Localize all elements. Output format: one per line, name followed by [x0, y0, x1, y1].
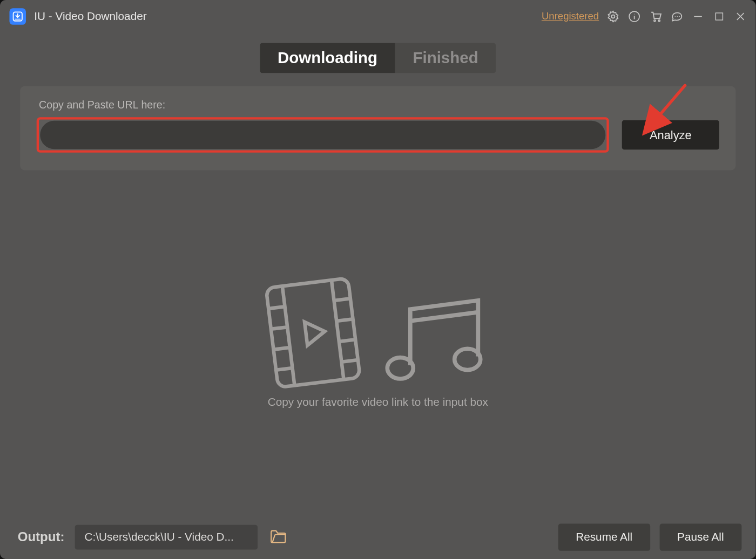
tab-finished[interactable]: Finished	[395, 43, 496, 73]
output-label: Output:	[18, 529, 65, 544]
close-button[interactable]	[730, 4, 751, 28]
unregistered-link[interactable]: Unregistered	[542, 10, 599, 22]
svg-point-26	[387, 358, 413, 379]
pause-all-button[interactable]: Pause All	[659, 524, 741, 551]
output-path-field[interactable]: C:\Users\decck\IU - Video D...	[75, 525, 258, 550]
svg-line-19	[271, 327, 287, 329]
url-panel: Copy and Paste URL here: Analyze	[20, 86, 735, 170]
film-icon	[259, 271, 367, 394]
maximize-button[interactable]	[708, 4, 730, 28]
svg-point-27	[455, 349, 481, 370]
title-bar: IU - Video Downloader Unregistered	[0, 0, 756, 32]
tab-downloading[interactable]: Downloading	[260, 43, 395, 73]
feedback-button[interactable]	[666, 4, 687, 28]
svg-point-5	[653, 20, 655, 22]
svg-line-17	[332, 280, 344, 379]
cart-button[interactable]	[645, 4, 666, 28]
minimize-button[interactable]	[687, 4, 708, 28]
settings-button[interactable]	[603, 4, 624, 28]
svg-line-25	[342, 360, 358, 362]
url-input[interactable]	[40, 121, 605, 149]
open-folder-button[interactable]	[269, 528, 287, 546]
svg-rect-11	[716, 12, 723, 19]
svg-line-22	[334, 298, 350, 301]
bottom-bar: Output: C:\Users\decck\IU - Video D... R…	[0, 515, 756, 559]
empty-state-hint: Copy your favorite video link to the inp…	[0, 396, 756, 409]
empty-state: Copy your favorite video link to the inp…	[0, 277, 756, 409]
url-highlight-box	[37, 117, 609, 153]
app-window: IU - Video Downloader Unregistered Downl…	[0, 0, 756, 559]
svg-point-4	[634, 13, 634, 14]
app-title: IU - Video Downloader	[34, 10, 146, 23]
tab-bar: Downloading Finished	[0, 32, 756, 86]
resume-all-button[interactable]: Resume All	[558, 524, 650, 551]
svg-line-21	[276, 368, 292, 370]
svg-line-18	[268, 306, 285, 309]
tab-group: Downloading Finished	[260, 43, 496, 73]
svg-line-24	[339, 339, 355, 342]
svg-line-20	[274, 347, 290, 350]
music-note-icon	[378, 295, 490, 389]
url-label: Copy and Paste URL here:	[39, 99, 719, 111]
info-button[interactable]	[624, 4, 645, 28]
svg-point-9	[679, 16, 680, 16]
empty-state-graphic	[0, 277, 756, 388]
svg-point-6	[658, 20, 660, 22]
svg-point-8	[677, 16, 678, 16]
analyze-button[interactable]: Analyze	[622, 120, 719, 150]
svg-point-1	[611, 15, 615, 18]
app-icon	[9, 8, 26, 25]
svg-point-7	[675, 16, 676, 16]
svg-line-23	[336, 319, 353, 321]
